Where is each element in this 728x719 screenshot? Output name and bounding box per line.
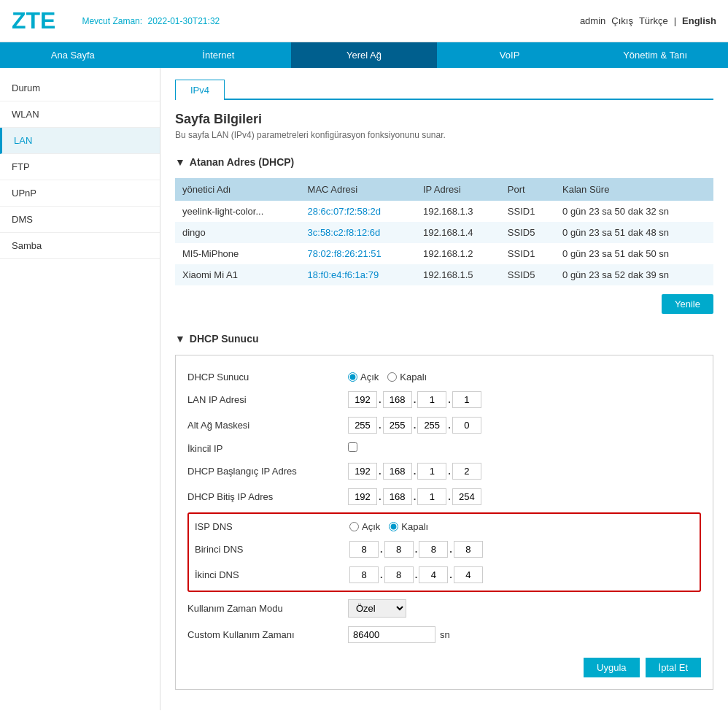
sidebar-item-wlan[interactable]: WLAN: [0, 101, 160, 128]
dns2-3[interactable]: [419, 566, 448, 583]
isp-off-radio-label[interactable]: Kapalı: [389, 521, 428, 532]
dns2-4[interactable]: [454, 566, 483, 583]
lang-english[interactable]: English: [682, 15, 716, 26]
form-row-dhcp-sunucu: DHCP Sunucu Açık Kapalı: [187, 367, 701, 387]
lan-ip-4[interactable]: [452, 391, 481, 408]
custom-usage-suffix: sn: [440, 629, 450, 640]
cell-mac: 28:6c:07:f2:58:2d: [301, 201, 416, 222]
cell-mac: 3c:58:c2:f8:12:6d: [301, 222, 416, 243]
lan-ip-2[interactable]: [383, 391, 412, 408]
dhcp-end-4[interactable]: [452, 488, 481, 505]
lan-ip-control: . . .: [348, 391, 481, 408]
lang-separator: |: [674, 15, 676, 26]
lang-turkish[interactable]: Türkçe: [639, 15, 668, 26]
cancel-button[interactable]: İptal Et: [646, 658, 701, 677]
subnet-3[interactable]: [417, 417, 446, 434]
dhcp-start-1[interactable]: [348, 463, 377, 480]
tab-ipv4[interactable]: IPv4: [175, 80, 225, 100]
dns1-4[interactable]: [454, 541, 483, 558]
nav: Ana Sayfa İnternet Yerel Ağ VoIP Yönetim…: [0, 42, 728, 68]
subnet-2[interactable]: [383, 417, 412, 434]
collapse-arrow-icon: ▼: [175, 156, 185, 168]
dhcp-server-section: ▼ DHCP Sunucu DHCP Sunucu Açık Kapalı: [175, 328, 713, 690]
dns2-2[interactable]: [384, 566, 414, 583]
dns1-dot-1: .: [380, 544, 383, 555]
dhcp-server-box: DHCP Sunucu Açık Kapalı LAN IP: [175, 355, 713, 690]
isp-dns-control: Açık Kapalı: [349, 521, 428, 532]
sidebar-item-samba[interactable]: Samba: [0, 233, 160, 259]
custom-usage-control: sn: [348, 626, 450, 643]
col-port: Port: [500, 178, 555, 201]
ip-dot-2: .: [414, 394, 417, 405]
dhcp-start-dot-2: .: [414, 466, 417, 477]
dhcp-end-1[interactable]: [348, 488, 377, 505]
mac-link[interactable]: 28:6c:07:f2:58:2d: [308, 206, 381, 217]
form-row-custom-usage: Custom Kullanım Zamanı sn: [187, 622, 701, 647]
form-row-subnet: Alt Ağ Maskesi . . .: [187, 412, 701, 438]
nav-item-voip[interactable]: VoIP: [437, 42, 583, 68]
nav-item-ana-sayfa[interactable]: Ana Sayfa: [0, 42, 146, 68]
dhcp-end-3[interactable]: [417, 488, 446, 505]
dhcp-assigned-header[interactable]: ▼ Atanan Adres (DHCP): [175, 152, 713, 172]
isp-on-radio[interactable]: [349, 522, 359, 531]
secondary-ip-checkbox[interactable]: [348, 442, 357, 452]
sidebar-item-durum[interactable]: Durum: [0, 75, 160, 101]
cell-time: 0 gün 23 sa 50 dak 32 sn: [555, 201, 713, 222]
nav-item-internet[interactable]: İnternet: [146, 42, 292, 68]
lan-ip-3[interactable]: [417, 391, 446, 408]
dhcp-start-3[interactable]: [417, 463, 446, 480]
dhcp-on-radio-label[interactable]: Açık: [348, 372, 379, 382]
refresh-button[interactable]: Yenile: [662, 294, 713, 314]
mac-link[interactable]: 78:02:f8:26:21:51: [308, 248, 382, 259]
usage-mode-label: Kullanım Zaman Modu: [187, 603, 348, 614]
dhcp-off-radio-label[interactable]: Kapalı: [387, 372, 427, 382]
dhcp-on-radio[interactable]: [348, 372, 357, 382]
cell-name: dingo: [175, 222, 301, 243]
dhcp-start-2[interactable]: [383, 463, 412, 480]
isp-off-radio[interactable]: [389, 522, 398, 531]
sidebar-item-lan[interactable]: LAN: [0, 128, 160, 154]
dhcp-end-dot-1: .: [379, 491, 382, 502]
subnet-1[interactable]: [348, 417, 377, 434]
custom-usage-label: Custom Kullanım Zamanı: [187, 629, 348, 640]
sidebar-item-dms[interactable]: DMS: [0, 207, 160, 233]
dns1-1[interactable]: [349, 541, 379, 558]
dhcp-server-header[interactable]: ▼ DHCP Sunucu: [175, 328, 713, 349]
custom-usage-input[interactable]: [348, 626, 435, 643]
dhcp-server-title: DHCP Sunucu: [190, 333, 259, 345]
current-time-label: Mevcut Zaman:: [82, 16, 142, 26]
col-time: Kalan Süre: [555, 178, 713, 201]
subnet-4[interactable]: [452, 417, 481, 434]
dns2-1[interactable]: [349, 566, 379, 583]
nav-item-yonetim[interactable]: Yönetim & Tanı: [582, 42, 728, 68]
usage-mode-select[interactable]: Özel: [348, 599, 406, 618]
sidebar-item-ftp[interactable]: FTP: [0, 154, 160, 180]
admin-label: admin: [580, 15, 605, 26]
mac-link[interactable]: 3c:58:c2:f8:12:6d: [308, 227, 381, 238]
lan-ip-label: LAN IP Adresi: [187, 394, 348, 405]
table-row: dingo 3c:58:c2:f8:12:6d 192.168.1.4 SSID…: [175, 222, 713, 243]
nav-item-yerel-ag[interactable]: Yerel Ağ: [291, 42, 437, 68]
isp-dns-highlight-box: ISP DNS Açık Kapalı: [187, 512, 701, 592]
form-row-secondary-ip: İkincil IP: [187, 438, 701, 458]
dhcp-start-4[interactable]: [452, 463, 481, 480]
lan-ip-1[interactable]: [348, 391, 377, 408]
logo: ZTE: [12, 7, 55, 34]
sidebar-item-upnp[interactable]: UPnP: [0, 180, 160, 207]
isp-on-radio-label[interactable]: Açık: [349, 521, 380, 532]
dns2-dot-1: .: [380, 569, 383, 580]
cell-port: SSID5: [500, 264, 555, 285]
form-row-lan-ip: LAN IP Adresi . . .: [187, 387, 701, 412]
form-row-usage-mode: Kullanım Zaman Modu Özel: [187, 595, 701, 622]
dns1-3[interactable]: [419, 541, 448, 558]
mac-link[interactable]: 18:f0:e4:f6:1a:79: [308, 269, 379, 280]
cell-name: Xiaomi Mi A1: [175, 264, 301, 285]
apply-button[interactable]: Uygula: [584, 658, 639, 677]
dns1-2[interactable]: [384, 541, 414, 558]
subnet-label: Alt Ağ Maskesi: [187, 420, 348, 431]
dhcp-off-radio[interactable]: [387, 372, 397, 382]
logout-link[interactable]: Çıkış: [611, 15, 633, 26]
dhcp-end-2[interactable]: [383, 488, 412, 505]
ip-dot-1: .: [379, 394, 382, 405]
cell-time: 0 gün 23 sa 51 dak 48 sn: [555, 222, 713, 243]
